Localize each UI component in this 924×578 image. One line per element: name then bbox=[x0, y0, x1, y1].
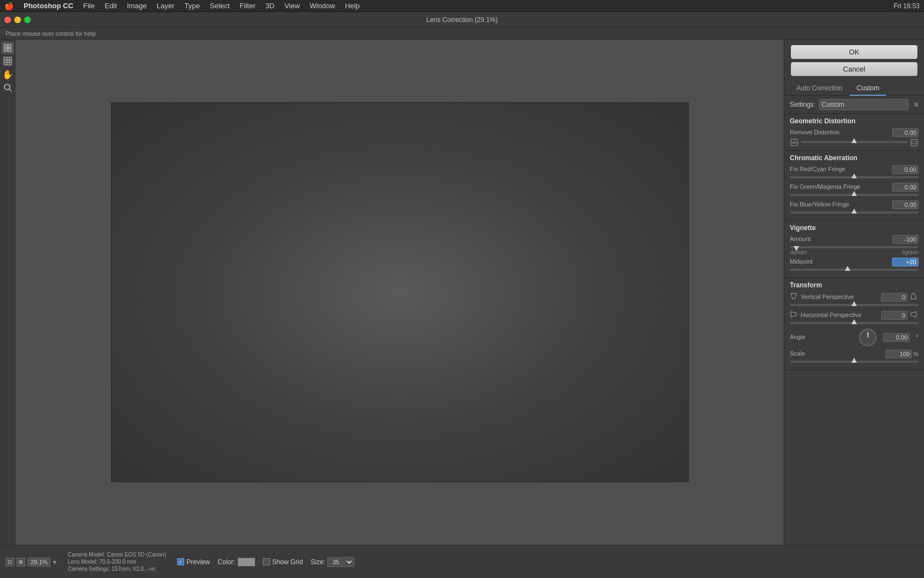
remove-distortion-input[interactable] bbox=[892, 128, 919, 137]
menu-bar: 🍎 Photoshop CC File Edit Image Layer Typ… bbox=[0, 0, 924, 12]
cancel-button[interactable]: Cancel bbox=[791, 62, 917, 76]
scale-percent: % bbox=[913, 351, 919, 357]
horizontal-perspective-icon-right bbox=[910, 310, 919, 320]
svg-line-12 bbox=[9, 89, 12, 91]
camera-model: Camera Model: Canon EOS 5D (Canon) bbox=[68, 552, 166, 558]
fix-green-magenta-input[interactable] bbox=[892, 183, 919, 192]
menu-3d[interactable]: 3D bbox=[261, 1, 279, 11]
menu-help[interactable]: Help bbox=[340, 1, 364, 11]
vignette-section: Vignette Amount darken lighten Midpoint bbox=[784, 221, 924, 278]
fix-green-magenta-row: Fix Green/Magenta Fringe bbox=[790, 183, 919, 192]
hand-tool-btn[interactable]: ✋ bbox=[2, 68, 14, 80]
vignette-amount-row: Amount bbox=[790, 235, 919, 244]
menu-window[interactable]: Window bbox=[305, 1, 339, 11]
vertical-perspective-slider[interactable] bbox=[790, 304, 919, 306]
zoom-tool-btn[interactable] bbox=[2, 81, 14, 94]
menu-select[interactable]: Select bbox=[205, 1, 234, 11]
scale-slider[interactable] bbox=[790, 361, 919, 363]
apple-logo[interactable]: 🍎 bbox=[4, 2, 14, 10]
menu-edit[interactable]: Edit bbox=[100, 1, 121, 11]
vertical-perspective-label: Vertical Perspective bbox=[801, 293, 879, 300]
vignette-midpoint-row: Midpoint bbox=[790, 258, 919, 266]
window-controls bbox=[4, 17, 31, 23]
camera-settings: Camera Settings: 157mm, f/2.8, --m bbox=[68, 566, 166, 572]
canvas bbox=[111, 102, 689, 482]
fix-green-magenta-slider[interactable] bbox=[790, 194, 919, 196]
main-area: ✋ OK Cancel Auto Correction Custom Setti… bbox=[0, 40, 924, 545]
fix-red-cyan-input[interactable] bbox=[892, 165, 919, 174]
show-grid-checkbox[interactable] bbox=[263, 558, 270, 565]
tab-custom[interactable]: Custom bbox=[850, 81, 886, 96]
horizontal-perspective-icon-left bbox=[790, 310, 799, 320]
menu-bar-right: Fri 16:53 bbox=[894, 2, 920, 10]
lens-model: Lens Model: 70.0-200.0 mm bbox=[68, 559, 166, 565]
svg-rect-1 bbox=[8, 45, 11, 47]
horizontal-perspective-label: Horizontal Perspective bbox=[801, 312, 879, 318]
show-grid-row: Show Grid bbox=[263, 558, 303, 566]
bottom-right-controls: Preview Color: Show Grid Size: 25 35 50 … bbox=[177, 557, 354, 567]
canvas-area[interactable] bbox=[15, 40, 784, 545]
select-tool-btn[interactable] bbox=[2, 42, 14, 54]
tab-bar: Auto Correction Custom bbox=[784, 81, 924, 96]
zoom-dropdown-arrow[interactable]: ▾ bbox=[53, 558, 57, 566]
size-dropdown[interactable]: 25 35 50 75 100 bbox=[327, 557, 354, 567]
scale-input[interactable] bbox=[886, 350, 912, 358]
distortion-right-icon bbox=[910, 139, 918, 146]
transform-section: Transform Vertical Perspective bbox=[784, 278, 924, 370]
menu-image[interactable]: Image bbox=[123, 1, 151, 11]
vignette-midpoint-input[interactable] bbox=[892, 258, 919, 266]
menu-type[interactable]: Type bbox=[180, 1, 204, 11]
vertical-perspective-input[interactable] bbox=[881, 293, 908, 302]
ok-button[interactable]: OK bbox=[791, 45, 917, 59]
vertical-perspective-row: Vertical Perspective bbox=[790, 292, 919, 302]
vignette-amount-slider[interactable] bbox=[790, 246, 919, 248]
angle-row: Angle ° bbox=[790, 329, 919, 346]
angle-input[interactable] bbox=[883, 333, 910, 342]
help-text: Place mouse over control for help bbox=[6, 30, 96, 37]
fix-red-cyan-row: Fix Red/Cyan Fringe bbox=[790, 165, 919, 174]
tab-auto-correction[interactable]: Auto Correction bbox=[790, 81, 849, 96]
fix-red-cyan-label: Fix Red/Cyan Fringe bbox=[790, 166, 845, 172]
fix-red-cyan-slider[interactable] bbox=[790, 176, 919, 178]
remove-distortion-label: Remove Distortion bbox=[790, 129, 839, 135]
preview-checkbox[interactable] bbox=[177, 558, 184, 565]
menu-layer[interactable]: Layer bbox=[152, 1, 179, 11]
menu-view[interactable]: View bbox=[280, 1, 304, 11]
vignette-labels-row: darken lighten bbox=[790, 249, 919, 255]
vignette-midpoint-slider[interactable] bbox=[790, 269, 919, 271]
zoom-fit-btn[interactable]: ⊡ bbox=[6, 558, 14, 566]
right-panel: OK Cancel Auto Correction Custom Setting… bbox=[784, 40, 924, 545]
remove-distortion-row: Remove Distortion bbox=[790, 128, 919, 137]
horizontal-perspective-input[interactable] bbox=[881, 311, 908, 320]
camera-info-block: Camera Model: Canon EOS 5D (Canon) Lens … bbox=[68, 552, 166, 572]
minimize-button[interactable] bbox=[14, 17, 21, 23]
grid-icon[interactable] bbox=[2, 55, 14, 67]
settings-dropdown[interactable]: Custom Default bbox=[819, 99, 909, 110]
chromatic-aberration-title: Chromatic Aberration bbox=[790, 154, 919, 162]
menu-file[interactable]: File bbox=[79, 1, 99, 11]
bottom-bar: ⊡ ⊠ ▾ Camera Model: Canon EOS 5D (Canon)… bbox=[0, 545, 924, 578]
settings-menu-icon[interactable]: ≡ bbox=[914, 100, 919, 109]
settings-dropdown-wrapper[interactable]: Custom Default bbox=[819, 99, 909, 110]
close-button[interactable] bbox=[4, 17, 11, 23]
angle-dial[interactable] bbox=[859, 329, 877, 346]
show-grid-label: Show Grid bbox=[272, 558, 303, 566]
zoom-actual-btn[interactable]: ⊠ bbox=[16, 558, 25, 566]
app-name: Photoshop CC bbox=[19, 1, 78, 11]
fix-blue-yellow-slider[interactable] bbox=[790, 211, 919, 214]
horizontal-perspective-slider[interactable] bbox=[790, 322, 919, 324]
size-label: Size: bbox=[311, 558, 326, 566]
angle-degree-symbol: ° bbox=[915, 333, 919, 342]
color-row: Color: bbox=[218, 558, 255, 566]
settings-row: Settings: Custom Default ≡ bbox=[784, 96, 924, 114]
remove-distortion-slider[interactable] bbox=[801, 141, 908, 143]
fix-blue-yellow-input[interactable] bbox=[892, 200, 919, 209]
help-bar: Place mouse over control for help bbox=[0, 28, 924, 40]
maximize-button[interactable] bbox=[24, 17, 31, 23]
vignette-midpoint-label: Midpoint bbox=[790, 258, 813, 265]
fix-blue-yellow-row: Fix Blue/Yellow Fringe bbox=[790, 200, 919, 209]
menu-filter[interactable]: Filter bbox=[235, 1, 260, 11]
color-swatch[interactable] bbox=[238, 558, 255, 566]
vignette-amount-input[interactable] bbox=[892, 235, 919, 244]
zoom-input[interactable] bbox=[28, 558, 51, 566]
